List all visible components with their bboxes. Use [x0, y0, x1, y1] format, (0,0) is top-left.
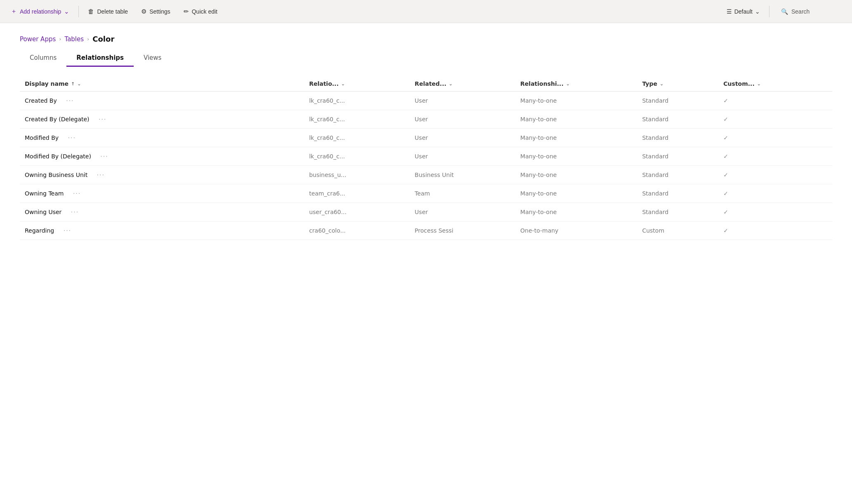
toolbar: ＋ Add relationship ⌄ 🗑 Delete table ⚙ Se…: [0, 0, 852, 23]
cell-type: Standard: [637, 203, 718, 221]
cell-relationship: Many-to-one: [515, 110, 637, 129]
toolbar-divider-2: [769, 6, 769, 17]
default-view-button[interactable]: ☰ Default ⌄: [721, 5, 766, 18]
cell-display-name: Modified By (Delegate) ···: [20, 147, 304, 166]
cell-related: User: [410, 147, 515, 166]
row-ellipsis-button[interactable]: ···: [68, 209, 79, 215]
cell-related: User: [410, 203, 515, 221]
table-row[interactable]: Owning User ···user_cra60...UserMany-to-…: [20, 203, 832, 221]
breadcrumb-sep-2: ›: [87, 36, 89, 42]
delete-table-button[interactable]: 🗑 Delete table: [82, 5, 134, 18]
cell-display-name: Owning User ···: [20, 203, 304, 221]
cell-display-name: Regarding ···: [20, 221, 304, 240]
table-row[interactable]: Created By ···lk_cra60_c...UserMany-to-o…: [20, 92, 832, 110]
pencil-icon: ✏: [184, 8, 189, 15]
cell-relation: business_u...: [304, 166, 410, 184]
row-ellipsis-button[interactable]: ···: [64, 97, 74, 104]
display-name-text: Created By: [25, 97, 57, 104]
cell-relationship: Many-to-one: [515, 147, 637, 166]
plus-icon: ＋: [11, 7, 17, 15]
display-name-text: Owning User: [25, 209, 61, 215]
table-row[interactable]: Created By (Delegate) ···lk_cra60_c...Us…: [20, 110, 832, 129]
row-ellipsis-button[interactable]: ···: [98, 153, 109, 160]
row-ellipsis-button[interactable]: ···: [65, 134, 76, 141]
cell-type: Standard: [637, 166, 718, 184]
cell-relationship: Many-to-one: [515, 129, 637, 147]
settings-button[interactable]: ⚙ Settings: [135, 5, 176, 19]
display-name-text: Modified By: [25, 134, 59, 141]
row-ellipsis-button[interactable]: ···: [94, 172, 105, 178]
cell-custom: ✓: [718, 203, 832, 221]
cell-custom: ✓: [718, 110, 832, 129]
table-row[interactable]: Modified By ···lk_cra60_c...UserMany-to-…: [20, 129, 832, 147]
cell-related: User: [410, 129, 515, 147]
cell-display-name: Owning Business Unit ···: [20, 166, 304, 184]
breadcrumb-powerapps-link[interactable]: Power Apps: [20, 35, 56, 43]
breadcrumb-sep-1: ›: [59, 36, 61, 42]
table-row[interactable]: Modified By (Delegate) ···lk_cra60_c...U…: [20, 147, 832, 166]
tab-views[interactable]: Views: [134, 50, 171, 67]
hamburger-icon: ☰: [727, 8, 732, 15]
display-name-text: Modified By (Delegate): [25, 153, 91, 160]
breadcrumb-tables-link[interactable]: Tables: [64, 35, 84, 43]
row-ellipsis-button[interactable]: ···: [61, 227, 71, 234]
cell-custom: ✓: [718, 147, 832, 166]
cell-relation: lk_cra60_c...: [304, 147, 410, 166]
cell-custom: ✓: [718, 166, 832, 184]
cell-related: Business Unit: [410, 166, 515, 184]
display-name-text: Owning Team: [25, 190, 64, 197]
cell-relationship: Many-to-one: [515, 166, 637, 184]
table-row[interactable]: Regarding ···cra60_colo...Process SessiO…: [20, 221, 832, 240]
cell-type: Standard: [637, 184, 718, 203]
col-header-type[interactable]: Type ⌄: [637, 76, 718, 92]
table-row[interactable]: Owning Business Unit ···business_u...Bus…: [20, 166, 832, 184]
add-dropdown-chevron-icon: ⌄: [64, 8, 69, 15]
cell-display-name: Modified By ···: [20, 129, 304, 147]
cell-display-name: Owning Team ···: [20, 184, 304, 203]
settings-label: Settings: [149, 8, 170, 15]
table-row[interactable]: Owning Team ···team_cra6...TeamMany-to-o…: [20, 184, 832, 203]
col-relation-label: Relatio...: [309, 80, 339, 87]
cell-related: Team: [410, 184, 515, 203]
cell-relationship: Many-to-one: [515, 92, 637, 110]
gear-icon: ⚙: [141, 8, 146, 15]
col-header-relationship[interactable]: Relationshi... ⌄: [515, 76, 637, 92]
cell-type: Standard: [637, 110, 718, 129]
default-label: Default: [734, 8, 753, 15]
default-chevron-icon: ⌄: [755, 8, 760, 15]
col-relation-chevron-icon: ⌄: [341, 81, 345, 87]
breadcrumb-current: Color: [92, 35, 114, 43]
col-header-custom[interactable]: Custom... ⌄: [718, 76, 832, 92]
cell-related: Process Sessi: [410, 221, 515, 240]
col-custom-label: Custom...: [723, 80, 754, 87]
sort-asc-icon: ↑: [71, 81, 75, 87]
search-button[interactable]: 🔍 Search: [773, 5, 847, 18]
delete-table-label: Delete table: [97, 8, 128, 15]
cell-relation: user_cra60...: [304, 203, 410, 221]
row-ellipsis-button[interactable]: ···: [70, 190, 81, 197]
display-name-text: Owning Business Unit: [25, 172, 87, 178]
col-display-name-label: Display name: [25, 80, 68, 87]
search-label: Search: [791, 8, 810, 15]
tab-relationships[interactable]: Relationships: [66, 50, 134, 67]
cell-custom: ✓: [718, 92, 832, 110]
display-name-text: Created By (Delegate): [25, 116, 90, 122]
col-header-display-name[interactable]: Display name ↑ ⌄: [20, 76, 304, 92]
col-header-related[interactable]: Related... ⌄: [410, 76, 515, 92]
tabs-container: Columns Relationships Views: [0, 50, 852, 66]
tab-columns[interactable]: Columns: [20, 50, 66, 67]
sort-desc-icon: ⌄: [77, 81, 81, 87]
add-relationship-button[interactable]: ＋ Add relationship ⌄: [5, 4, 75, 19]
quick-edit-button[interactable]: ✏ Quick edit: [178, 5, 223, 19]
row-ellipsis-button[interactable]: ···: [96, 116, 107, 122]
col-relationship-label: Relationshi...: [520, 80, 564, 87]
cell-display-name: Created By ···: [20, 92, 304, 110]
cell-type: Custom: [637, 221, 718, 240]
table-header: Display name ↑ ⌄ Relatio... ⌄ Related...…: [20, 76, 832, 92]
cell-relation: lk_cra60_c...: [304, 110, 410, 129]
toolbar-divider-1: [78, 6, 79, 17]
col-custom-chevron-icon: ⌄: [757, 81, 761, 87]
breadcrumb: Power Apps › Tables › Color: [0, 23, 852, 50]
cell-relationship: One-to-many: [515, 221, 637, 240]
col-header-relation[interactable]: Relatio... ⌄: [304, 76, 410, 92]
